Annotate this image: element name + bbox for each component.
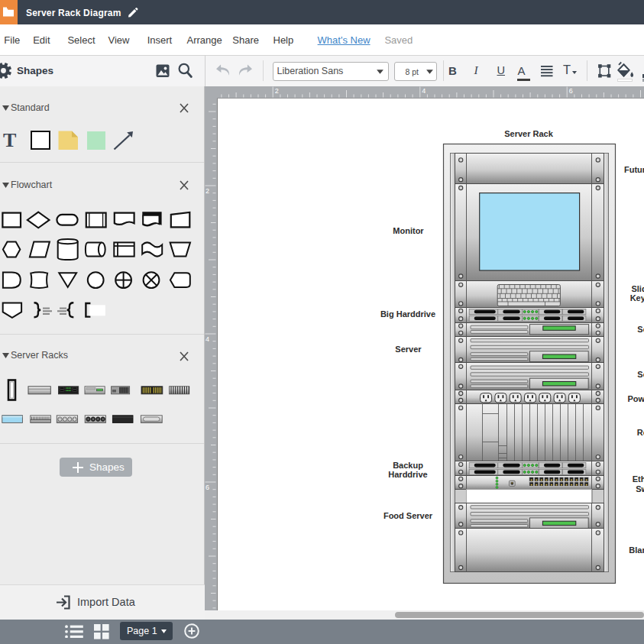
- svg-text:Harddrive: Harddrive: [388, 470, 427, 479]
- svg-text:Server: Server: [395, 345, 422, 354]
- svg-text:Food Server: Food Server: [383, 511, 433, 520]
- svg-text:2: 2: [205, 187, 209, 195]
- svg-text:Server Rack: Server Rack: [504, 129, 553, 138]
- svg-text:4: 4: [205, 335, 209, 343]
- svg-text:Keyboard: Keyboard: [630, 293, 644, 303]
- svg-text:Future Expansion: Future Expansion: [624, 165, 644, 174]
- svg-text:Server: Server: [637, 325, 644, 334]
- svg-text:Router: Router: [637, 428, 644, 437]
- svg-text:2: 2: [275, 87, 279, 95]
- svg-text:4: 4: [422, 87, 426, 95]
- svg-text:Backup: Backup: [393, 461, 423, 470]
- svg-text:Slide-out: Slide-out: [631, 284, 644, 293]
- svg-text:Monitor: Monitor: [393, 226, 424, 235]
- svg-text:Ethernet: Ethernet: [633, 474, 644, 484]
- svg-text:Switch: Switch: [636, 484, 644, 494]
- svg-text:Server: Server: [637, 370, 644, 379]
- svg-text:6: 6: [205, 484, 209, 491]
- svg-text:Power Strip: Power Strip: [627, 394, 644, 403]
- svg-text:6: 6: [569, 87, 573, 95]
- svg-text:Big Harddrive: Big Harddrive: [380, 309, 435, 319]
- svg-text:Blank Panel: Blank Panel: [629, 545, 644, 555]
